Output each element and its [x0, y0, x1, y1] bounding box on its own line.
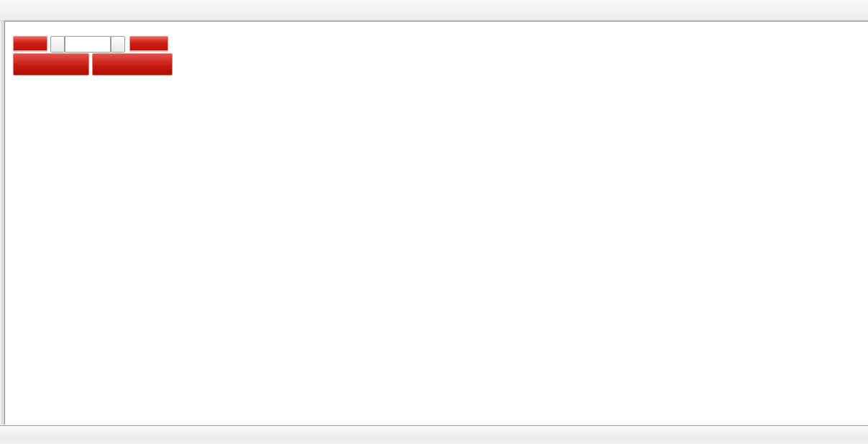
trading-platform-window — [0, 0, 868, 444]
sell-button[interactable] — [13, 36, 47, 52]
volume-decrease-button[interactable] — [50, 36, 65, 53]
volume-input[interactable] — [65, 36, 111, 53]
volume-increase-button[interactable] — [111, 36, 125, 53]
bottom-strip — [0, 440, 868, 444]
timeframe-toolbar — [0, 0, 868, 21]
chart-plot[interactable] — [4, 21, 868, 425]
chart-window — [1, 21, 868, 425]
sell-price-box[interactable] — [13, 53, 89, 76]
buy-price-box[interactable] — [92, 53, 173, 76]
symbol-tab-bar — [0, 425, 868, 440]
buy-button[interactable] — [129, 36, 168, 52]
